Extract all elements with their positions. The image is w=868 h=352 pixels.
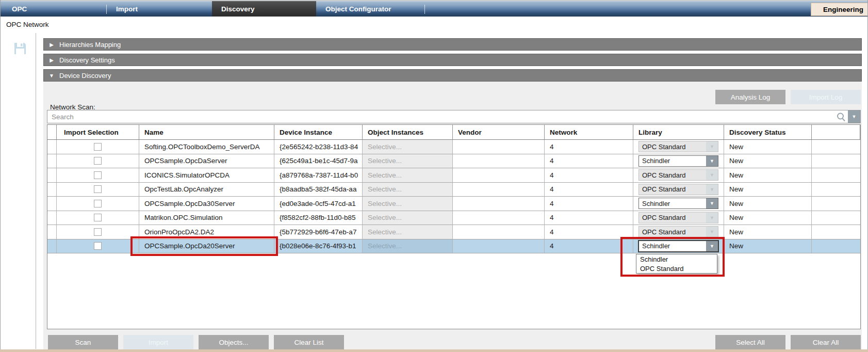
library-cell: OPC Standard▼	[633, 225, 724, 239]
name-cell: OPCSample.OpcDa30Server	[139, 197, 274, 211]
device-table: Import Selection Name Device Instance Ob…	[47, 124, 861, 329]
column-header-object-instances[interactable]: Object Instances	[363, 125, 453, 139]
library-combobox[interactable]: Schindler▼	[638, 198, 718, 209]
clear-all-button[interactable]: Clear All	[791, 335, 861, 349]
library-value: Schindler	[639, 200, 706, 207]
chevron-down-icon[interactable]: ▼	[706, 184, 718, 195]
network-cell: 4	[545, 239, 633, 253]
table-row[interactable]: ICONICS.SimulatorOPCDA{a879768a-7387-11d…	[47, 168, 860, 183]
library-combobox[interactable]: OPC Standard▼	[638, 141, 718, 152]
library-cell: Schindler▼	[633, 154, 724, 168]
column-header-import-selection[interactable]: Import Selection	[57, 125, 139, 139]
import-button[interactable]: Import	[123, 335, 193, 349]
table-row[interactable]: Matrikon.OPC.Simulation{f8582cf2-88fb-11…	[47, 211, 860, 226]
tab-import[interactable]: Import	[107, 1, 212, 17]
library-value: OPC Standard	[639, 171, 706, 179]
object-instances-cell[interactable]: Selective...	[363, 239, 453, 253]
search-input[interactable]	[47, 113, 834, 121]
import-selection-checkbox[interactable]	[94, 200, 102, 207]
clear-list-button[interactable]: Clear List	[274, 335, 344, 349]
object-instances-cell[interactable]: Selective...	[363, 211, 453, 225]
chevron-down-icon[interactable]: ▼	[706, 213, 718, 223]
objects-button[interactable]: Objects...	[199, 335, 269, 349]
import-selection-checkbox[interactable]	[94, 228, 102, 236]
library-combobox[interactable]: OPC Standard▼	[638, 169, 718, 181]
column-header-gutter	[47, 125, 57, 139]
device-instance-cell: {5b772929-b6f6-47eb-a7	[274, 225, 363, 239]
section-device-discovery[interactable]: ▼ Device Discovery	[43, 69, 862, 82]
chevron-down-icon[interactable]: ▼	[706, 170, 718, 180]
row-gutter	[47, 168, 57, 182]
import-selection-checkbox[interactable]	[94, 242, 102, 250]
name-cell: OPCSample.OpcDa20Server	[139, 239, 274, 253]
chevron-down-icon[interactable]: ▼	[706, 241, 718, 251]
discovery-status-cell: New	[724, 140, 812, 154]
object-instances-cell[interactable]: Selective...	[363, 225, 453, 239]
table-row[interactable]: OpcTestLab.OpcAnalyzer{b8aadba5-382f-45d…	[47, 183, 860, 197]
object-instances-cell[interactable]: Selective...	[363, 140, 453, 154]
device-instance-cell: {f8582cf2-88fb-11d0-b85	[274, 211, 363, 225]
search-icon	[834, 110, 848, 123]
table-row[interactable]: OPCSample.OpcDa30Server{ed0e3ade-0cf5-47…	[47, 197, 860, 211]
save-icon	[12, 49, 28, 58]
empty-cell	[812, 211, 860, 225]
library-dropdown-option[interactable]: OPC Standard	[636, 264, 717, 273]
import-selection-cell	[57, 140, 139, 154]
tab-engineering[interactable]: Engineering	[811, 3, 867, 16]
table-row[interactable]: OPCSample.OpcDaServer{625c49a1-be1c-45d7…	[47, 154, 860, 169]
import-selection-checkbox[interactable]	[94, 185, 102, 193]
scan-button[interactable]: Scan	[48, 335, 118, 349]
row-gutter	[47, 183, 57, 197]
table-row[interactable]: OrionProOpcDA2.DA2{5b772929-b6f6-47eb-a7…	[47, 225, 860, 239]
column-header-discovery-status[interactable]: Discovery Status	[724, 125, 812, 139]
object-instances-cell[interactable]: Selective...	[363, 183, 453, 197]
import-selection-checkbox[interactable]	[94, 214, 102, 221]
object-instances-cell[interactable]: Selective...	[363, 154, 453, 168]
search-box: ▼	[47, 110, 861, 123]
chevron-down-icon[interactable]: ▼	[706, 198, 718, 209]
library-cell: Schindler▼	[633, 197, 724, 211]
network-cell: 4	[545, 197, 633, 211]
library-combobox[interactable]: OPC Standard▼	[638, 184, 718, 195]
column-header-vendor[interactable]: Vendor	[453, 125, 545, 139]
import-selection-checkbox[interactable]	[94, 171, 102, 179]
save-button[interactable]	[12, 41, 29, 57]
row-gutter	[47, 211, 57, 225]
object-instances-cell[interactable]: Selective...	[363, 197, 453, 211]
library-combobox[interactable]: Schindler▼	[638, 241, 718, 252]
window-bottom-border	[0, 349, 868, 352]
table-body: Softing.OPCToolboxDemo_ServerDA{2e565242…	[47, 140, 860, 253]
column-header-library[interactable]: Library	[633, 125, 724, 139]
collapsed-arrow-icon: ▶	[44, 42, 59, 47]
object-instances-cell[interactable]: Selective...	[363, 168, 453, 182]
library-value: OPC Standard	[639, 228, 706, 236]
table-row[interactable]: OPCSample.OpcDa20Server{b028e06e-8c76-4f…	[47, 239, 860, 254]
empty-cell	[812, 154, 860, 168]
chevron-down-icon[interactable]: ▼	[706, 156, 718, 166]
empty-cell	[812, 168, 860, 182]
library-combobox[interactable]: OPC Standard▼	[638, 212, 718, 223]
import-selection-checkbox[interactable]	[94, 157, 102, 165]
search-filter-dropdown-button[interactable]: ▼	[848, 110, 860, 123]
library-combobox[interactable]: OPC Standard▼	[638, 226, 718, 237]
device-instance-cell: {2e565242-b238-11d3-84	[274, 140, 363, 154]
chevron-down-icon[interactable]: ▼	[706, 141, 718, 152]
library-combobox[interactable]: Schindler▼	[638, 155, 718, 167]
select-all-button[interactable]: Select All	[715, 335, 785, 349]
section-hierarchies-mapping[interactable]: ▶ Hierarchies Mapping	[43, 38, 862, 51]
table-row[interactable]: Softing.OPCToolboxDemo_ServerDA{2e565242…	[47, 140, 860, 154]
tab-object-configurator[interactable]: Object Configurator	[316, 1, 424, 17]
column-header-name[interactable]: Name	[139, 125, 274, 139]
chevron-down-icon[interactable]: ▼	[706, 227, 718, 237]
column-header-network[interactable]: Network	[545, 125, 633, 139]
import-selection-checkbox[interactable]	[94, 143, 102, 151]
library-dropdown-option[interactable]: Schindler	[636, 254, 717, 264]
library-cell: Schindler▼	[633, 239, 724, 253]
column-header-device-instance[interactable]: Device Instance	[274, 125, 363, 139]
import-log-button[interactable]: Import Log	[791, 90, 861, 104]
section-discovery-settings[interactable]: ▶ Discovery Settings	[43, 54, 862, 66]
page-title-row: OPC Network	[1, 17, 867, 33]
analysis-log-button[interactable]: Analysis Log	[715, 90, 785, 104]
tab-opc[interactable]: OPC	[1, 1, 106, 17]
tab-discovery[interactable]: Discovery	[212, 1, 316, 17]
